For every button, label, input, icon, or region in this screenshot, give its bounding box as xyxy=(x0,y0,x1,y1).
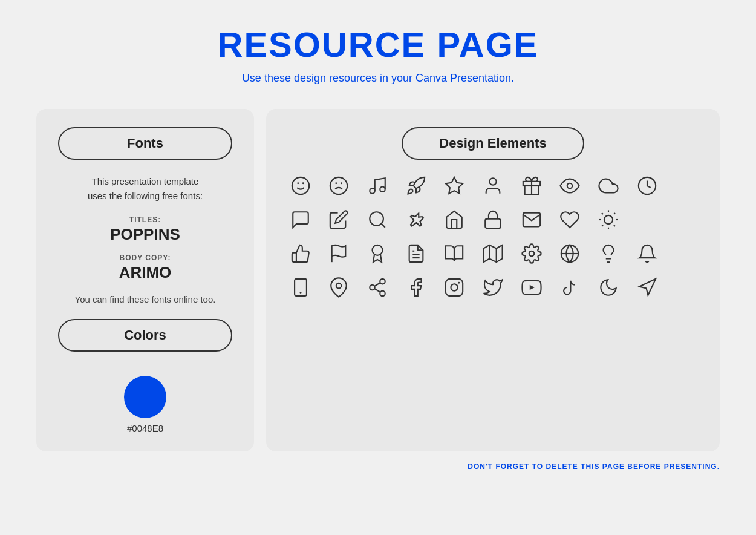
svg-point-6 xyxy=(370,188,375,194)
sun-icon xyxy=(592,206,625,234)
megaphone-icon xyxy=(631,274,663,301)
fonts-description: This presentation template uses the foll… xyxy=(88,174,203,203)
moon-icon xyxy=(592,274,625,301)
svg-line-44 xyxy=(374,289,380,292)
pin-icon xyxy=(400,206,432,234)
cloud-icon xyxy=(592,172,625,200)
title-font-label: TITLES: xyxy=(129,215,161,224)
eye-icon xyxy=(553,172,586,200)
title-font-name: POPPINS xyxy=(110,225,180,244)
phone-icon xyxy=(284,274,317,301)
svg-rect-16 xyxy=(485,219,501,229)
tiktok-icon xyxy=(553,274,586,301)
fonts-online-text: You can find these fonts online too. xyxy=(75,294,216,304)
placeholder-2 xyxy=(631,206,663,234)
footer-note: DON'T FORGET TO DELETE THIS PAGE BEFORE … xyxy=(36,462,720,471)
placeholder-4 xyxy=(669,240,702,268)
svg-marker-30 xyxy=(483,245,502,262)
thumbsup-icon xyxy=(284,240,317,268)
bulb-icon xyxy=(592,240,625,268)
svg-point-33 xyxy=(529,251,534,257)
svg-line-20 xyxy=(602,213,603,214)
color-swatch xyxy=(124,376,166,418)
award-icon xyxy=(361,240,394,268)
svg-point-42 xyxy=(370,285,375,290)
flag-icon xyxy=(323,240,356,268)
svg-point-41 xyxy=(380,279,385,284)
youtube-icon xyxy=(515,274,548,301)
instagram-icon xyxy=(438,274,471,301)
svg-point-40 xyxy=(336,283,342,289)
svg-point-27 xyxy=(373,245,383,255)
svg-point-43 xyxy=(380,291,385,297)
gift-icon xyxy=(515,172,548,200)
design-elements-header: Design Elements xyxy=(402,127,584,160)
colors-header: Colors xyxy=(58,319,232,352)
user-icon xyxy=(477,172,509,200)
placeholder-3 xyxy=(669,206,702,234)
svg-line-21 xyxy=(614,225,615,226)
body-font-name: ARIMO xyxy=(119,263,172,282)
icons-grid xyxy=(284,172,702,301)
svg-point-14 xyxy=(370,212,383,226)
music-icon xyxy=(361,172,394,200)
left-panel: Fonts This presentation template uses th… xyxy=(36,109,254,451)
edit-icon xyxy=(323,206,356,234)
svg-line-25 xyxy=(614,213,615,214)
svg-marker-48 xyxy=(529,285,534,290)
svg-line-45 xyxy=(374,283,380,286)
placeholder-1 xyxy=(669,172,702,200)
file-icon xyxy=(400,240,432,268)
placeholder-5 xyxy=(669,274,702,301)
twitter-icon xyxy=(477,274,509,301)
search-icon xyxy=(361,206,394,234)
chat-icon xyxy=(284,206,317,234)
svg-line-15 xyxy=(382,224,385,228)
smile-icon xyxy=(284,172,317,200)
right-panel: Design Elements xyxy=(266,109,720,451)
svg-point-0 xyxy=(292,177,309,194)
settings-icon xyxy=(515,240,548,268)
clock-icon xyxy=(631,172,663,200)
fonts-header: Fonts xyxy=(58,127,232,160)
heart-icon xyxy=(553,206,586,234)
location-icon xyxy=(323,274,356,301)
svg-line-24 xyxy=(602,225,603,226)
svg-point-3 xyxy=(330,177,347,194)
panels-container: Fonts This presentation template uses th… xyxy=(36,109,720,451)
sad-icon xyxy=(323,172,356,200)
page-title: RESOURCE PAGE xyxy=(218,24,539,65)
lock-icon xyxy=(477,206,509,234)
svg-point-9 xyxy=(489,178,496,185)
book-icon xyxy=(438,240,471,268)
svg-point-7 xyxy=(380,186,385,192)
star-icon xyxy=(438,172,471,200)
color-hex-label: #0048E8 xyxy=(127,423,163,433)
page-subtitle: Use these design resources in your Canva… xyxy=(242,72,514,85)
bell-icon xyxy=(631,240,663,268)
rocket-icon xyxy=(400,172,432,200)
mail-icon xyxy=(515,206,548,234)
share-icon xyxy=(361,274,394,301)
body-font-label: BODY COPY: xyxy=(120,254,171,262)
svg-marker-8 xyxy=(446,177,463,194)
facebook-icon xyxy=(400,274,432,301)
svg-rect-46 xyxy=(446,279,463,296)
map-icon xyxy=(477,240,509,268)
home-icon xyxy=(438,206,471,234)
globe-icon xyxy=(553,240,586,268)
svg-point-12 xyxy=(567,183,573,189)
svg-point-17 xyxy=(604,215,613,224)
